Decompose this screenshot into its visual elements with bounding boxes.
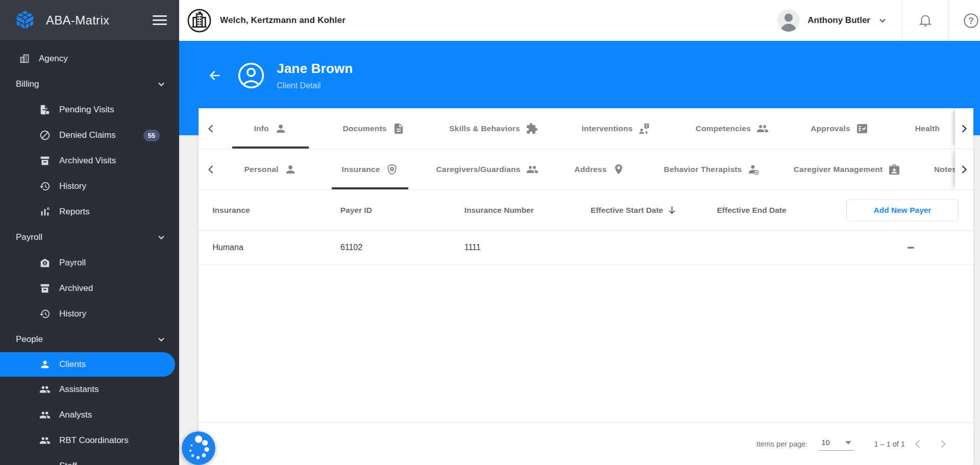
sidebar-section-payroll[interactable]: Payroll — [0, 225, 179, 250]
table-row: Humana 61102 1111 — [199, 231, 973, 265]
puzzle-icon — [526, 123, 538, 135]
sidebar: ABA-Matrix Agency Billing Pending Visits… — [0, 0, 179, 465]
intervention-alert-icon — [638, 123, 650, 135]
primary-tab-bar: Info Documents Skills & Behaviors Interv… — [199, 108, 973, 149]
sidebar-item-denied-claims[interactable]: Denied Claims 55 — [0, 123, 179, 148]
subtabs-scroll-left[interactable] — [199, 149, 223, 189]
people-icon — [526, 163, 538, 176]
back-arrow-icon[interactable] — [208, 69, 222, 82]
sidebar-item-agency[interactable]: Agency — [0, 46, 179, 71]
column-header-insurance[interactable]: Insurance — [212, 206, 250, 215]
sidebar-item-staff[interactable]: Staff — [0, 453, 179, 465]
chevron-left-icon — [208, 124, 214, 133]
tabs-scroll-right[interactable] — [955, 108, 973, 149]
chevron-down-icon[interactable] — [878, 16, 887, 25]
sidebar-item-clients[interactable]: Clients — [0, 352, 175, 377]
staff-dots-icon — [39, 460, 51, 465]
agency-building-icon — [19, 53, 30, 64]
column-header-insurance-number[interactable]: Insurance Number — [464, 206, 534, 215]
approvals-checklist-icon — [856, 123, 868, 135]
sidebar-item-payroll[interactable]: Payroll — [0, 250, 179, 276]
cell-insurance-number: 1111 — [464, 243, 481, 252]
organization-logo-icon — [187, 8, 212, 33]
tab-caregivers-guardians[interactable]: Caregivers/Guardians — [422, 149, 552, 189]
column-header-effective-start-date[interactable]: Effective Start Date — [591, 206, 676, 215]
sidebar-nav: Agency Billing Pending Visits Denied Cla… — [0, 41, 179, 465]
chevron-left-icon — [208, 165, 214, 174]
people-icon — [39, 409, 51, 421]
tab-health[interactable]: Health — [889, 108, 966, 149]
sidebar-item-analysts[interactable]: Analysts — [0, 402, 179, 428]
subtabs-scroll-right[interactable] — [955, 149, 973, 189]
payroll-money-icon — [39, 257, 51, 268]
sidebar-item-reports[interactable]: Reports — [0, 199, 179, 225]
archive-icon — [39, 155, 51, 166]
top-header: Welch, Kertzmann and Kohler Anthony Butl… — [179, 0, 980, 41]
user-avatar[interactable] — [777, 9, 800, 32]
user-name[interactable]: Anthony Butler — [807, 15, 870, 26]
tab-info[interactable]: Info — [223, 108, 317, 149]
tab-approvals[interactable]: Approvals — [790, 108, 889, 149]
page-range-label: 1 – 1 of 1 — [874, 440, 905, 448]
person-icon — [284, 163, 297, 176]
pending-visits-icon — [39, 104, 51, 115]
tabs-scroll-left[interactable] — [199, 108, 223, 149]
next-page-button[interactable] — [930, 439, 956, 449]
denied-claims-badge: 55 — [143, 130, 160, 141]
tab-caregiver-management[interactable]: Caregiver Management — [777, 149, 917, 189]
sidebar-section-people[interactable]: People — [0, 327, 179, 352]
sidebar-item-payroll-archived[interactable]: Archived — [0, 276, 179, 301]
tab-insurance[interactable]: Insurance — [317, 149, 422, 189]
tab-documents[interactable]: Documents — [317, 108, 430, 149]
tab-personal[interactable]: Personal — [223, 149, 317, 189]
page-title: Jane Brown — [277, 61, 353, 77]
sidebar-item-billing-history[interactable]: History — [0, 174, 179, 199]
paginator: Items per page: 10 1 – 1 of 1 — [199, 422, 973, 465]
items-per-page-label: Items per page: — [756, 440, 808, 448]
sidebar-section-billing[interactable]: Billing — [0, 71, 179, 97]
row-menu-kebab-icon[interactable] — [904, 242, 918, 253]
table-empty-area — [199, 265, 973, 422]
tab-skills-behaviors[interactable]: Skills & Behaviors — [430, 108, 557, 149]
aba-matrix-logo-icon — [13, 9, 37, 32]
insurance-table-header: Insurance Payer ID Insurance Number Effe… — [199, 190, 973, 231]
help-button[interactable] — [948, 13, 980, 29]
cell-payer-id: 61102 — [340, 243, 362, 252]
page-subtitle: Client Detail — [277, 81, 353, 90]
person-icon — [275, 123, 287, 135]
insurance-shield-icon — [386, 163, 398, 176]
client-avatar-icon — [237, 61, 265, 90]
chevron-right-icon — [940, 439, 946, 449]
add-new-payer-button[interactable]: Add New Payer — [846, 199, 959, 221]
sidebar-item-rbt-coordinators[interactable]: RBT Coordinators — [0, 428, 179, 453]
history-icon — [39, 308, 51, 320]
chevron-right-icon — [961, 165, 967, 174]
notifications-button[interactable] — [902, 13, 948, 28]
person-add-icon — [747, 163, 760, 176]
column-header-effective-end-date[interactable]: Effective End Date — [717, 206, 787, 215]
tab-interventions[interactable]: Interventions — [557, 108, 675, 149]
sidebar-item-assistants[interactable]: Assistants — [0, 377, 179, 402]
menu-icon[interactable] — [153, 13, 167, 28]
tab-competencies[interactable]: Competencies — [675, 108, 790, 149]
tab-behavior-therapists[interactable]: Behavior Therapists — [647, 149, 777, 189]
denied-claims-icon — [39, 130, 51, 141]
items-per-page-select[interactable]: 10 — [819, 437, 853, 451]
tab-address[interactable]: Address — [552, 149, 647, 189]
id-badge-icon — [888, 163, 900, 176]
chevron-left-icon — [915, 439, 921, 449]
sidebar-item-pending-visits[interactable]: Pending Visits — [0, 97, 179, 123]
sidebar-item-payroll-history[interactable]: History — [0, 301, 179, 327]
previous-page-button[interactable] — [905, 439, 930, 449]
chevron-down-icon — [158, 336, 165, 343]
chevron-down-icon — [158, 234, 165, 241]
floating-settings-wheel-button[interactable] — [182, 431, 215, 465]
app-title: ABA-Matrix — [46, 13, 153, 28]
sort-descending-icon — [668, 206, 676, 214]
column-header-payer-id[interactable]: Payer ID — [340, 206, 372, 215]
dropdown-caret-icon — [845, 441, 851, 445]
cell-insurance: Humana — [212, 243, 243, 252]
reports-chart-icon — [39, 206, 51, 217]
location-pin-icon — [612, 163, 625, 176]
sidebar-item-archived-visits[interactable]: Archived Visits — [0, 148, 179, 174]
